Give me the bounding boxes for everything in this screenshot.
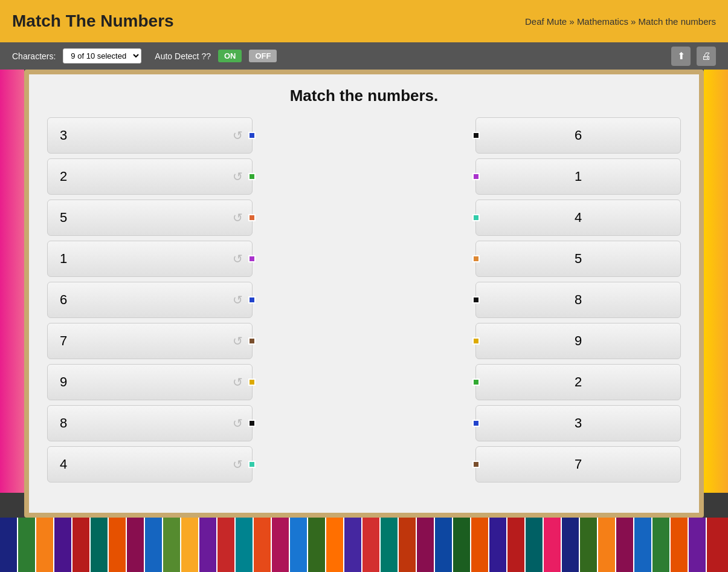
line-7-2 (253, 236, 475, 441)
worksheet: Match the numbers. 3 ↺ 2 ↺ 5 ↺ 1 ↺ 6 ↺ 7… (29, 74, 699, 512)
breadcrumb-part1: Deaf Mute (525, 16, 567, 27)
line-2-3 (253, 236, 475, 277)
right-number-box-3[interactable]: 5 (475, 241, 681, 277)
right-number-box-7[interactable]: 3 (475, 405, 681, 441)
right-number-2: 4 (575, 210, 582, 226)
left-dot-5[interactable] (248, 337, 256, 345)
right-number-0: 6 (575, 128, 582, 143)
left-number-box-5[interactable]: 7 ↺ (47, 323, 253, 359)
upload-button[interactable]: ⬆ (671, 47, 691, 66)
left-number-box-1[interactable]: 2 ↺ (47, 158, 253, 195)
lines-svg (253, 117, 475, 499)
right-number-3: 5 (575, 251, 582, 267)
app-title: Match The Numbers (12, 11, 174, 31)
right-number-box-5[interactable]: 9 (475, 323, 681, 359)
auto-detect-label: Auto Detect ?? (155, 51, 211, 61)
right-number-5: 9 (575, 333, 582, 349)
reset-icon-6[interactable]: ↺ (233, 375, 243, 389)
left-dot-8[interactable] (248, 461, 256, 468)
left-number-2: 5 (60, 210, 67, 226)
breadcrumb-sep1: » (569, 16, 574, 27)
breadcrumb-sep2: » (631, 16, 636, 27)
left-number-box-0[interactable]: 3 ↺ (47, 117, 253, 154)
reset-icon-8[interactable]: ↺ (233, 457, 243, 472)
right-dot-6[interactable] (472, 379, 480, 386)
left-number-box-3[interactable]: 1 ↺ (47, 241, 253, 277)
right-number-box-0[interactable]: 6 (475, 117, 681, 154)
line-1-5 (253, 195, 475, 359)
worksheet-title: Match the numbers. (47, 86, 681, 105)
left-number-box-6[interactable]: 9 ↺ (47, 364, 253, 400)
left-dot-6[interactable] (248, 379, 256, 386)
right-dot-5[interactable] (472, 337, 480, 345)
left-number-8: 4 (60, 457, 67, 472)
left-number-3: 1 (60, 251, 67, 267)
reset-icon-1[interactable]: ↺ (233, 169, 243, 184)
breadcrumb: Deaf Mute » Mathematics » Match the numb… (525, 16, 716, 27)
reset-icon-2[interactable]: ↺ (233, 210, 243, 225)
left-dot-2[interactable] (248, 214, 256, 221)
right-number-box-8[interactable]: 7 (475, 446, 681, 483)
whiteboard-frame: Match the numbers. 3 ↺ 2 ↺ 5 ↺ 1 ↺ 6 ↺ 7… (24, 70, 704, 518)
matching-area: 3 ↺ 2 ↺ 5 ↺ 1 ↺ 6 ↺ 7 ↺ 9 ↺ 8 ↺ 4 ↺ (47, 117, 681, 499)
canvas-wrapper (253, 117, 475, 499)
toolbar-icons: ⬆ 🖨 (671, 47, 716, 66)
right-number-box-6[interactable]: 2 (475, 364, 681, 400)
line-3-0 (253, 154, 475, 277)
left-column: 3 ↺ 2 ↺ 5 ↺ 1 ↺ 6 ↺ 7 ↺ 9 ↺ 8 ↺ 4 ↺ (47, 117, 253, 483)
toolbar: Characters: 9 of 10 selected Auto Detect… (0, 42, 728, 70)
whiteboard-inner[interactable]: Match the numbers. 3 ↺ 2 ↺ 5 ↺ 1 ↺ 6 ↺ 7… (29, 74, 699, 513)
on-button[interactable]: ON (218, 50, 242, 62)
left-number-4: 6 (60, 292, 67, 308)
reset-icon-5[interactable]: ↺ (233, 334, 243, 348)
right-dot-2[interactable] (472, 214, 480, 221)
print-icon: 🖨 (701, 51, 711, 62)
reset-icon-7[interactable]: ↺ (233, 416, 243, 431)
line-0-1 (253, 154, 475, 195)
right-dot-3[interactable] (472, 255, 480, 262)
print-button[interactable]: 🖨 (697, 47, 716, 66)
left-dot-3[interactable] (248, 255, 256, 262)
left-number-box-7[interactable]: 8 ↺ (47, 405, 253, 441)
right-dot-0[interactable] (472, 132, 480, 139)
left-number-7: 8 (60, 415, 67, 431)
pencils-bottom-decoration (0, 518, 728, 572)
pencil-left-decoration (0, 70, 24, 493)
left-number-5: 7 (60, 333, 67, 349)
left-number-1: 2 (60, 169, 67, 184)
right-number-4: 8 (575, 292, 582, 308)
left-number-box-8[interactable]: 4 ↺ (47, 446, 253, 483)
left-number-0: 3 (60, 128, 67, 143)
left-dot-0[interactable] (248, 132, 256, 139)
right-dot-8[interactable] (472, 461, 480, 468)
right-column: 6 1 4 5 8 9 2 3 7 (475, 117, 681, 483)
right-dot-7[interactable] (472, 420, 480, 427)
right-number-6: 2 (575, 374, 582, 390)
characters-select[interactable]: 9 of 10 selected (63, 48, 141, 63)
header: Match The Numbers Deaf Mute » Mathematic… (0, 0, 728, 42)
left-number-box-2[interactable]: 5 ↺ (47, 200, 253, 236)
breadcrumb-part2: Mathematics (577, 16, 628, 27)
left-number-6: 9 (60, 374, 67, 390)
reset-icon-3[interactable]: ↺ (233, 252, 243, 266)
right-dot-4[interactable] (472, 296, 480, 304)
off-button[interactable]: OFF (249, 50, 277, 62)
right-number-box-1[interactable]: 1 (475, 158, 681, 195)
pencil-right-decoration (704, 70, 728, 493)
right-number-box-4[interactable]: 8 (475, 282, 681, 318)
left-dot-1[interactable] (248, 173, 256, 180)
left-number-box-4[interactable]: 6 ↺ (47, 282, 253, 318)
reset-icon-0[interactable]: ↺ (233, 128, 243, 143)
upload-icon: ⬆ (677, 50, 685, 62)
characters-label: Characters: (12, 51, 56, 61)
left-dot-4[interactable] (248, 296, 256, 304)
right-number-box-2[interactable]: 4 (475, 200, 681, 236)
left-dot-7[interactable] (248, 420, 256, 427)
reset-icon-4[interactable]: ↺ (233, 293, 243, 307)
right-number-8: 7 (575, 457, 582, 472)
breadcrumb-part3: Match the numbers (639, 16, 716, 27)
right-number-7: 3 (575, 415, 582, 431)
right-number-1: 1 (575, 169, 582, 184)
right-dot-1[interactable] (472, 173, 480, 180)
